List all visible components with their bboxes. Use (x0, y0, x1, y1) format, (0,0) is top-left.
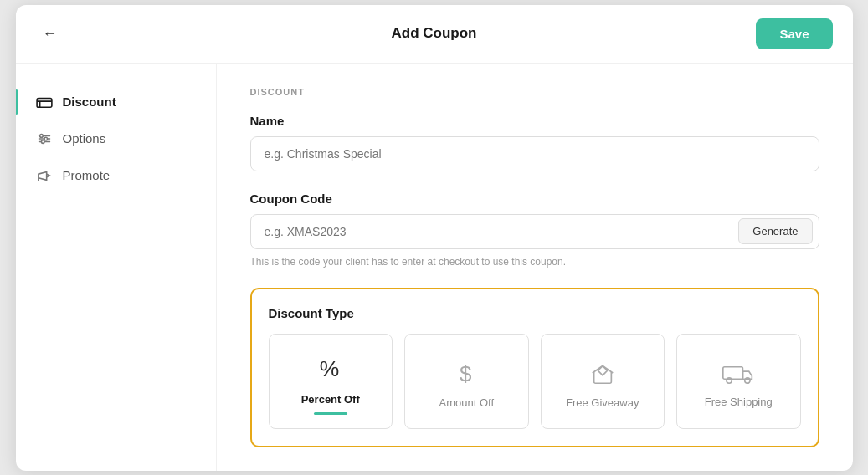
coupon-code-field-group: Coupon Code Generate This is the code yo… (250, 192, 819, 268)
sidebar-label-promote: Promote (63, 168, 110, 182)
sidebar-item-options[interactable]: Options (16, 120, 216, 157)
percent-off-underline (314, 412, 347, 415)
svg-rect-9 (723, 367, 743, 380)
page-title: Add Coupon (392, 25, 477, 42)
discount-type-amount-off[interactable]: $ Amount Off (404, 334, 529, 429)
promote-icon (36, 167, 53, 184)
discount-types-grid: % Percent Off $ Amount Off (269, 334, 801, 429)
discount-type-free-shipping[interactable]: Free Shipping (676, 334, 801, 429)
free-shipping-icon (722, 360, 755, 386)
coupon-code-input[interactable] (250, 214, 819, 249)
discount-icon (36, 94, 53, 110)
free-giveaway-icon (588, 360, 618, 386)
sidebar-item-discount[interactable]: Discount (16, 84, 216, 120)
main-content: DISCOUNT Name Coupon Code Generate This … (217, 64, 853, 471)
svg-text:$: $ (460, 361, 472, 386)
svg-point-5 (44, 137, 48, 140)
discount-type-title: Discount Type (269, 306, 801, 320)
discount-type-section: Discount Type % Percent Off (250, 288, 819, 447)
name-input[interactable] (250, 136, 819, 171)
svg-rect-0 (37, 98, 52, 107)
sidebar: Discount Options (16, 64, 217, 471)
svg-point-6 (41, 140, 44, 143)
header: ← Add Coupon Save (16, 5, 853, 64)
percent-off-icon: % (316, 355, 345, 383)
section-label: DISCOUNT (250, 87, 819, 97)
discount-type-free-giveaway[interactable]: Free Giveaway (541, 334, 665, 429)
amount-off-label: Amount Off (439, 396, 494, 409)
coupon-code-label: Coupon Code (250, 192, 819, 206)
sidebar-label-discount: Discount (63, 94, 116, 109)
amount-off-icon: $ (453, 360, 480, 386)
body: Discount Options (16, 64, 853, 471)
sidebar-item-promote[interactable]: Promote (16, 157, 216, 194)
free-shipping-label: Free Shipping (705, 396, 773, 408)
percent-off-label: Percent Off (301, 393, 360, 406)
sidebar-label-options: Options (63, 131, 106, 146)
name-field-group: Name (250, 114, 819, 171)
coupon-helper-text: This is the code your client has to ente… (250, 256, 819, 268)
name-label: Name (250, 114, 819, 128)
svg-text:%: % (320, 356, 340, 381)
main-window: ← Add Coupon Save Discount (16, 5, 853, 471)
discount-type-percent-off[interactable]: % Percent Off (269, 334, 393, 429)
save-button[interactable]: Save (756, 18, 832, 49)
coupon-code-wrapper: Generate (250, 214, 819, 249)
back-button[interactable]: ← (36, 22, 64, 46)
options-icon (36, 130, 53, 147)
generate-button[interactable]: Generate (738, 218, 812, 244)
free-giveaway-label: Free Giveaway (566, 396, 639, 409)
svg-point-4 (39, 134, 43, 137)
